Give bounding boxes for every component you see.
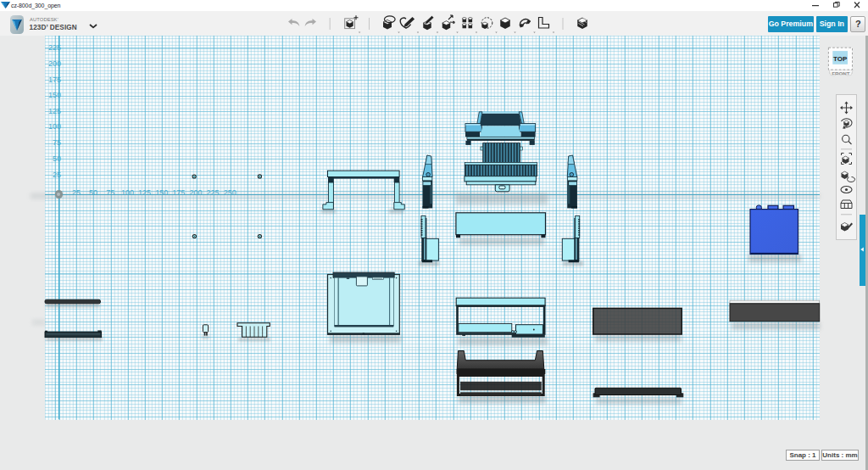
- svg-text:TOP: TOP: [833, 55, 848, 63]
